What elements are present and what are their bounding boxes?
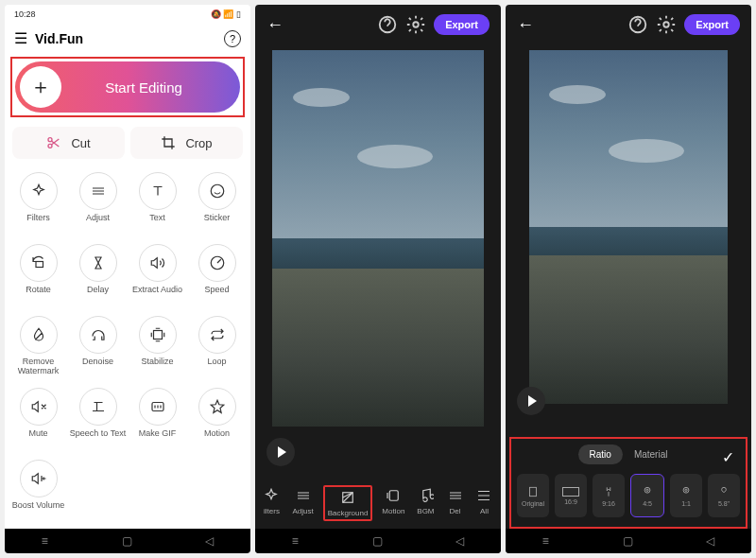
plus-icon: ＋ <box>20 66 61 108</box>
nav-back[interactable]: ◁ <box>455 534 464 548</box>
tool-speed[interactable]: Speed <box>187 240 247 308</box>
tool-background[interactable]: Background <box>323 485 373 521</box>
start-editing-button[interactable]: ＋ Start Editing <box>15 61 240 113</box>
ratio-5-8[interactable]: 5.8" <box>708 474 740 517</box>
panel-editor: ← Export ilters Adjust Background Motion… <box>255 5 501 553</box>
svg-point-8 <box>413 22 419 27</box>
tool-all[interactable]: All <box>472 485 495 521</box>
menu-icon[interactable]: ☰ <box>14 29 27 47</box>
svg-rect-13 <box>530 487 537 496</box>
volume-up-icon <box>30 470 47 487</box>
sparkle-icon <box>30 183 47 200</box>
status-time: 10:28 <box>14 9 36 19</box>
tool-remove-watermark[interactable]: Remove Watermark <box>9 312 68 380</box>
svg-rect-3 <box>36 262 43 268</box>
ratio-9-16[interactable]: 9:16 <box>593 474 625 517</box>
ratio-4-5[interactable]: 4:5 <box>630 474 664 517</box>
play-button[interactable] <box>266 438 295 466</box>
ratio-16-9[interactable]: 16:9 <box>555 474 587 517</box>
editor-top-bar: ← Export <box>255 5 501 44</box>
nav-recents[interactable]: ≡ <box>292 534 299 548</box>
tool-filters[interactable]: Filters <box>9 168 68 236</box>
svg-rect-5 <box>153 331 162 340</box>
svg-point-16 <box>683 487 689 493</box>
back-icon[interactable]: ← <box>517 15 534 35</box>
tool-bgm[interactable]: BGM <box>414 485 437 521</box>
tool-adjust[interactable]: Adjust <box>68 168 128 236</box>
ratio-original[interactable]: Original <box>517 474 549 517</box>
nav-back[interactable]: ◁ <box>205 534 214 548</box>
play-button[interactable] <box>517 387 545 415</box>
tool-denoise[interactable]: Denoise <box>68 312 128 380</box>
mute-icon <box>30 398 47 415</box>
tool-extract-audio[interactable]: Extract Audio <box>128 240 187 308</box>
tool-motion[interactable]: Motion <box>379 485 407 521</box>
loop-icon <box>209 326 226 343</box>
droplet-icon <box>30 326 47 343</box>
panel-home: 10:28 🔕 📶 ▯ ☰ Vid.Fun ? ＋ Start Editing … <box>5 5 250 553</box>
help-icon[interactable] <box>377 14 398 35</box>
export-button[interactable]: Export <box>434 14 490 35</box>
tool-motion[interactable]: Motion <box>187 384 247 452</box>
tool-text[interactable]: Text <box>128 168 187 236</box>
tool-stabilize[interactable]: Stabilize <box>128 312 187 380</box>
svg-point-17 <box>685 489 687 491</box>
smile-icon <box>209 183 226 200</box>
ratio-1-1[interactable]: 1:1 <box>670 474 702 517</box>
nav-recents[interactable]: ≡ <box>42 534 48 548</box>
nav-recents[interactable]: ≡ <box>542 534 549 548</box>
tool-mute[interactable]: Mute <box>9 384 68 452</box>
tool-sticker[interactable]: Sticker <box>187 168 247 236</box>
nav-home[interactable]: ▢ <box>623 534 633 548</box>
svg-point-15 <box>646 489 648 491</box>
android-nav-bar: ≡ ▢ ◁ <box>506 529 751 553</box>
tab-ratio[interactable]: Ratio <box>578 445 623 464</box>
audio-icon <box>149 254 166 271</box>
nav-back[interactable]: ◁ <box>706 534 714 548</box>
crop-button[interactable]: Crop <box>130 127 243 159</box>
tool-loop[interactable]: Loop <box>187 312 247 380</box>
status-bar: 10:28 🔕 📶 ▯ <box>5 5 250 24</box>
cut-button[interactable]: Cut <box>12 127 125 159</box>
tool-adjust[interactable]: Adjust <box>289 485 316 521</box>
settings-icon[interactable] <box>656 14 677 35</box>
crop-icon <box>161 135 176 150</box>
start-editing-label: Start Editing <box>66 79 240 96</box>
highlight-start-editing: ＋ Start Editing <box>10 57 245 117</box>
svg-rect-10 <box>390 491 399 501</box>
settings-icon[interactable] <box>405 14 426 35</box>
star-icon <box>209 398 226 415</box>
tool-delay[interactable]: Delay <box>68 240 128 308</box>
video-preview[interactable] <box>272 50 484 427</box>
back-icon[interactable]: ← <box>266 15 284 35</box>
help-icon[interactable] <box>627 14 648 35</box>
svg-point-14 <box>644 487 650 493</box>
video-preview[interactable] <box>529 50 728 404</box>
editor-top-bar: ← Export <box>506 5 751 44</box>
ratio-tabs: Ratio Material <box>515 445 742 464</box>
scissors-icon <box>46 135 61 150</box>
tool-delete[interactable]: Del <box>444 485 467 521</box>
tool-make-gif[interactable]: Make GIF <box>128 384 187 452</box>
app-title: Vid.Fun <box>35 31 224 46</box>
help-icon[interactable]: ? <box>224 30 241 47</box>
tab-material[interactable]: Material <box>623 445 679 464</box>
hourglass-icon <box>90 254 107 271</box>
confirm-icon[interactable]: ✓ <box>722 448 734 466</box>
gif-icon <box>149 398 166 415</box>
gauge-icon <box>209 254 226 271</box>
panel-ratio: ← Export ✓ Ratio Material Original 16:9 … <box>506 5 751 553</box>
highlight-ratio-picker: ✓ Ratio Material Original 16:9 9:16 4:5 … <box>509 437 747 529</box>
nav-home[interactable]: ▢ <box>122 534 132 548</box>
nav-home[interactable]: ▢ <box>372 534 383 548</box>
tool-grid: Filters Adjust Text Sticker Rotate Delay… <box>5 165 250 528</box>
top-bar: ☰ Vid.Fun ? <box>5 24 250 53</box>
text-icon <box>149 183 166 200</box>
editor-toolbar: ilters Adjust Background Motion BGM Del … <box>255 478 501 529</box>
tool-rotate[interactable]: Rotate <box>9 240 68 308</box>
tool-filters[interactable]: ilters <box>260 485 283 521</box>
tool-boost-volume[interactable]: Boost Volume <box>9 456 68 524</box>
export-button[interactable]: Export <box>684 14 740 35</box>
tool-speech-to-text[interactable]: Speech to Text <box>68 384 128 452</box>
stabilize-icon <box>149 326 166 343</box>
